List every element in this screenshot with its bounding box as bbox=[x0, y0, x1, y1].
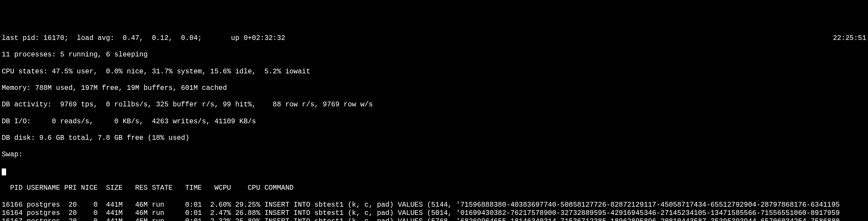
header-db-disk: DB disk: 9.6 GB total, 7.8 GB free (18% … bbox=[2, 134, 866, 142]
header-db-io: DB I/O: 0 reads/s, 0 KB/s, 4263 writes/s… bbox=[2, 118, 866, 126]
header-memory: Memory: 788M used, 197M free, 19M buffer… bbox=[2, 84, 866, 92]
header-db-activity: DB activity: 9769 tps, 0 rollbs/s, 325 b… bbox=[2, 101, 866, 109]
process-row[interactable]: 16166 postgres 20 0 441M 46M run 0:01 2.… bbox=[2, 201, 866, 209]
cursor-icon bbox=[2, 168, 6, 175]
header-swap: Swap: bbox=[2, 151, 866, 159]
column-headers: PID USERNAME PRI NICE SIZE RES STATE TIM… bbox=[2, 184, 866, 192]
process-row[interactable]: 16164 postgres 20 0 441M 46M run 0:01 2.… bbox=[2, 209, 866, 218]
header-summary: last pid: 16170; load avg: 0.47, 0.12, 0… bbox=[2, 34, 833, 43]
header-cpu-states: CPU states: 47.5% user, 0.0% nice, 31.7%… bbox=[2, 68, 866, 76]
process-table-body: 16166 postgres 20 0 441M 46M run 0:01 2.… bbox=[2, 201, 866, 221]
header-line-1: last pid: 16170; load avg: 0.47, 0.12, 0… bbox=[2, 34, 866, 43]
clock-time: 22:25:51 bbox=[833, 34, 866, 43]
cursor-line bbox=[2, 168, 866, 176]
header-processes: 11 processes: 5 running, 6 sleeping bbox=[2, 51, 866, 59]
process-row[interactable]: 16167 postgres 20 0 441M 45M run 0:01 2.… bbox=[2, 218, 866, 221]
